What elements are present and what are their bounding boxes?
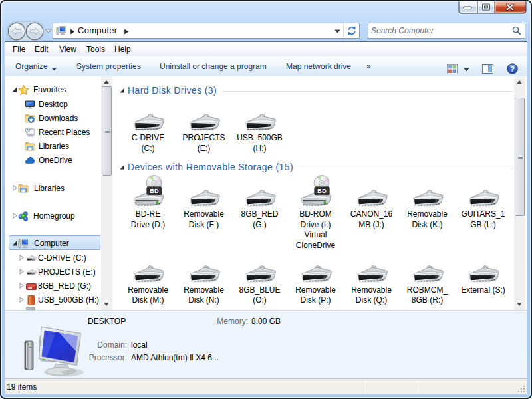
svg-text:?: ? [510,65,515,73]
